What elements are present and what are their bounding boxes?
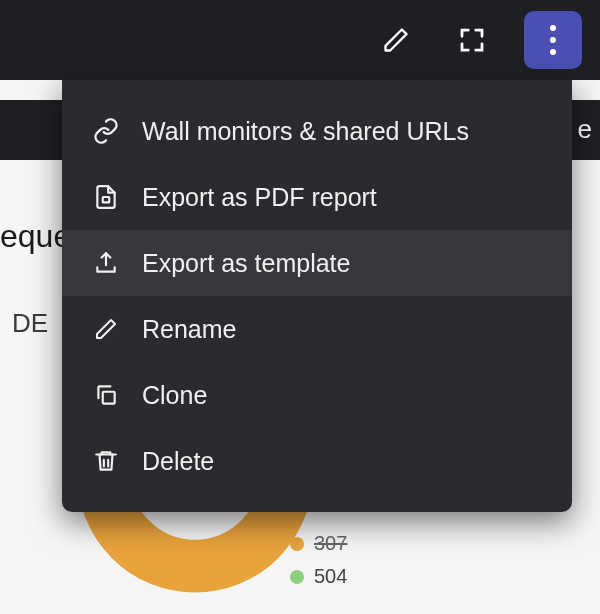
pdf-icon <box>92 183 120 211</box>
export-icon <box>92 249 120 277</box>
menu-item-label: Export as PDF report <box>142 183 542 212</box>
legend-label: 307 <box>314 532 347 555</box>
chart-legend: 307 504 <box>290 532 347 588</box>
more-actions-button[interactable] <box>524 11 582 69</box>
edit-button[interactable] <box>372 16 420 64</box>
pencil-icon <box>92 315 120 343</box>
legend-item[interactable]: 504 <box>290 565 347 588</box>
menu-item-export-template[interactable]: Export as template <box>62 230 572 296</box>
menu-item-clone[interactable]: Clone <box>62 362 572 428</box>
page-subtitle-partial: DE <box>12 308 48 339</box>
top-toolbar <box>0 0 600 80</box>
svg-rect-1 <box>103 197 110 202</box>
menu-item-wall-monitors[interactable]: Wall monitors & shared URLs <box>62 98 572 164</box>
legend-swatch <box>290 537 304 551</box>
trash-icon <box>92 447 120 475</box>
menu-item-rename[interactable]: Rename <box>62 296 572 362</box>
fullscreen-icon <box>457 25 487 55</box>
kebab-dot <box>550 37 556 43</box>
actions-menu: Wall monitors & shared URLs Export as PD… <box>62 80 572 512</box>
kebab-dot <box>550 49 556 55</box>
legend-swatch <box>290 570 304 584</box>
menu-item-delete[interactable]: Delete <box>62 428 572 494</box>
fullscreen-button[interactable] <box>448 16 496 64</box>
page-title-partial: eque <box>0 218 71 255</box>
copy-icon <box>92 381 120 409</box>
menu-item-label: Clone <box>142 381 542 410</box>
menu-item-label: Export as template <box>142 249 542 278</box>
menu-item-label: Delete <box>142 447 542 476</box>
svg-rect-2 <box>103 392 115 404</box>
menu-item-label: Wall monitors & shared URLs <box>142 117 542 146</box>
truncated-text: e <box>578 114 592 145</box>
legend-item[interactable]: 307 <box>290 532 347 555</box>
kebab-dot <box>550 25 556 31</box>
legend-label: 504 <box>314 565 347 588</box>
menu-item-export-pdf[interactable]: Export as PDF report <box>62 164 572 230</box>
pencil-icon <box>382 26 410 54</box>
link-icon <box>92 117 120 145</box>
menu-item-label: Rename <box>142 315 542 344</box>
